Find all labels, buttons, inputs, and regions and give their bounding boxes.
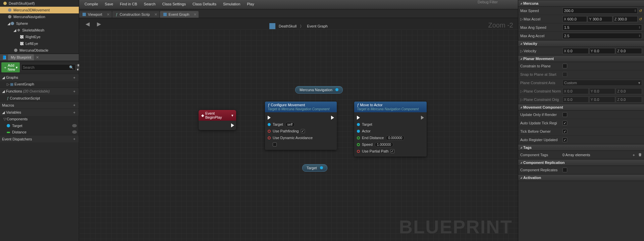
search-field[interactable] xyxy=(23,65,69,69)
section-variables[interactable]: ◢Variables ＋ xyxy=(0,109,79,116)
component-righteye[interactable]: RightEye xyxy=(0,34,79,40)
close-icon[interactable]: ✕ xyxy=(154,12,157,17)
checkbox[interactable] xyxy=(390,149,394,153)
add-variable-button[interactable]: ＋ xyxy=(71,110,77,115)
close-icon[interactable]: ✕ xyxy=(36,55,39,60)
clear-array-button[interactable]: 🗑 xyxy=(638,153,642,158)
graph-eventgraph[interactable]: ▷▦ EventGraph xyxy=(0,81,79,87)
component-mercunanavigation[interactable]: MercunaNavigation xyxy=(0,13,79,20)
exec-output-pin[interactable] xyxy=(421,116,424,120)
category-movement-component[interactable]: ◢Movement Component xyxy=(518,104,644,111)
tab-event-graph[interactable]: Event Graph ✕ xyxy=(160,11,199,18)
expand-icon[interactable]: ▷ xyxy=(520,49,523,53)
checkbox[interactable] xyxy=(273,142,277,146)
save-button[interactable]: Save xyxy=(101,0,116,8)
output-pin[interactable] xyxy=(320,166,323,169)
component-skeletalmesh[interactable]: ◢ ✲ SkeletalMesh xyxy=(0,27,79,34)
category-velocity[interactable]: ◢Velocity xyxy=(518,40,644,47)
close-icon[interactable]: ✕ xyxy=(194,12,197,17)
close-icon[interactable]: ✕ xyxy=(107,12,110,17)
category-activation[interactable]: ◢Activation xyxy=(518,174,644,181)
normal-z-input[interactable]: Z0.0 xyxy=(616,88,642,94)
bool-pin[interactable] xyxy=(268,136,271,139)
section-graphs[interactable]: ◢Graphs ＋ xyxy=(0,74,79,81)
simulation-button[interactable]: Simulation xyxy=(220,0,244,8)
section-macros[interactable]: Macros ＋ xyxy=(0,101,79,109)
class-settings-button[interactable]: Class Settings xyxy=(159,0,189,8)
origin-z-input[interactable]: Z0.0 xyxy=(616,97,642,103)
chevron-down-icon[interactable]: ▾ xyxy=(231,113,233,118)
exec-input-pin[interactable] xyxy=(357,116,360,120)
plane-axis-dropdown[interactable]: Custom▾ xyxy=(562,80,642,86)
search-button[interactable]: Search xyxy=(141,0,159,8)
tickbefore-checkbox[interactable] xyxy=(562,129,567,134)
component-sphere[interactable]: ◢ Sphere xyxy=(0,20,79,27)
bool-pin[interactable] xyxy=(357,150,360,153)
variable-distance[interactable]: Distance xyxy=(0,129,79,135)
add-new-button[interactable]: ＋ Add New ▾ xyxy=(1,62,20,72)
bool-pin[interactable] xyxy=(268,130,271,133)
checkbox[interactable] xyxy=(301,129,305,133)
expand-icon[interactable]: ▷ xyxy=(520,89,523,93)
snap-checkbox[interactable] xyxy=(562,72,567,77)
graph-canvas[interactable]: ◆Event BeginPlay▾ Mercuna Navigation Tar… xyxy=(79,29,518,241)
autotick-checkbox[interactable] xyxy=(562,121,567,125)
breadcrumb-parent[interactable]: DeathSkull xyxy=(279,24,297,28)
variable-target[interactable]: Target xyxy=(0,122,79,129)
node-var-target[interactable]: Target xyxy=(302,164,327,172)
max-ang-speed-input[interactable]: 1.5⇕ xyxy=(562,24,642,31)
component-lefteye[interactable]: LeftEye xyxy=(0,40,79,47)
exec-output-pin[interactable] xyxy=(231,123,234,127)
max-accel-y-input[interactable]: Y300.0 xyxy=(588,16,612,22)
velocity-z-input[interactable]: Z0.0 xyxy=(616,48,642,54)
component-mercunaobstacle[interactable]: MercunaObstacle xyxy=(0,47,79,54)
actor-pin[interactable] xyxy=(357,130,360,133)
section-components-sub[interactable]: ▽Components xyxy=(0,116,79,122)
expand-icon[interactable]: ▽ xyxy=(3,117,6,121)
max-accel-z-input[interactable]: Z300.0 xyxy=(613,16,638,22)
find-in-cb-button[interactable]: Find in CB xyxy=(116,0,140,8)
add-element-button[interactable]: ＋ xyxy=(632,153,636,158)
float-pin[interactable] xyxy=(357,136,360,139)
expand-icon[interactable]: ▷ xyxy=(7,82,9,86)
category-planar-movement[interactable]: ◢Planar Movement xyxy=(518,55,644,62)
tab-viewport[interactable]: Viewport ✕ xyxy=(79,11,112,18)
category-mercuna[interactable]: ◢Mercuna xyxy=(518,0,644,7)
node-move-to-actor[interactable]: ƒ Move to Actor Target is Mercuna Naviga… xyxy=(354,102,427,157)
reset-button[interactable]: ↺ xyxy=(639,9,642,13)
max-ang-accel-input[interactable]: 2.5⇕ xyxy=(562,33,642,39)
tab-construction-script[interactable]: ƒ Construction Scrip ✕ xyxy=(112,11,159,18)
section-event-dispatchers[interactable]: Event Dispatchers ＋ xyxy=(0,135,79,142)
float-pin[interactable] xyxy=(357,143,360,146)
max-accel-x-input[interactable]: X600.0 xyxy=(562,16,587,22)
node-event-beginplay[interactable]: ◆Event BeginPlay▾ xyxy=(199,110,236,130)
render-checkbox[interactable] xyxy=(562,112,567,117)
exec-input-pin[interactable] xyxy=(268,116,271,120)
section-functions[interactable]: ◢Functions (20 Overridable) ＋ xyxy=(0,87,79,95)
target-pin[interactable] xyxy=(268,123,271,126)
add-dispatcher-button[interactable]: ＋ xyxy=(71,136,77,142)
debug-filter-dropdown[interactable]: Debug Filter xyxy=(471,0,504,4)
pin-default[interactable]: self xyxy=(285,122,295,127)
expand-icon[interactable]: ▷ xyxy=(520,17,523,21)
origin-y-input[interactable]: Y0.0 xyxy=(589,97,615,103)
output-pin[interactable] xyxy=(335,88,338,91)
visibility-toggle[interactable] xyxy=(72,130,77,134)
search-input[interactable]: 🔍 xyxy=(21,64,75,71)
class-defaults-button[interactable]: Class Defaults xyxy=(189,0,220,8)
node-var-mercuna-navigation[interactable]: Mercuna Navigation xyxy=(295,86,343,94)
velocity-x-input[interactable]: X0.0 xyxy=(562,48,589,54)
reset-button[interactable]: ↺ xyxy=(639,17,642,21)
category-tags[interactable]: ◢Tags xyxy=(518,144,644,151)
my-blueprint-tab[interactable]: My Blueprint xyxy=(8,54,34,60)
origin-x-input[interactable]: X0.0 xyxy=(562,97,589,103)
velocity-y-input[interactable]: Y0.0 xyxy=(589,48,615,54)
pin-default[interactable]: 0.000000 xyxy=(386,135,405,140)
visibility-toggle[interactable] xyxy=(72,124,77,127)
node-configure-movement[interactable]: ƒ Configure Movement Target is Mercuna N… xyxy=(265,102,337,150)
play-button[interactable]: Play xyxy=(244,0,257,8)
compile-button[interactable]: Compile xyxy=(81,0,101,8)
expand-icon[interactable]: ▷ xyxy=(520,98,523,102)
normal-x-input[interactable]: X0.0 xyxy=(562,88,589,94)
normal-y-input[interactable]: Y0.0 xyxy=(589,88,615,94)
